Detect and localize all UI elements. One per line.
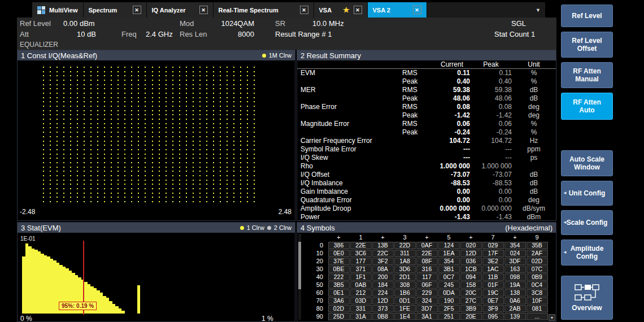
symbol-cell[interactable]: 308	[394, 281, 416, 289]
symbol-cell[interactable]: 3F9	[482, 305, 504, 312]
unit-config-button[interactable]: ◄ Unit Config	[561, 181, 613, 206]
tab-multiview[interactable]: MultiView	[32, 2, 84, 18]
symbol-cell[interactable]: 245	[438, 281, 460, 289]
symbol-cell[interactable]: 13B	[372, 242, 394, 249]
symbol-cell[interactable]: 098	[504, 273, 526, 281]
scroll-down-icon[interactable]: ▼	[549, 314, 555, 321]
symbol-cell[interactable]: 081	[526, 305, 548, 312]
symbol-cell[interactable]: 31A	[350, 313, 372, 320]
symbol-cell[interactable]: 158	[460, 281, 482, 289]
panel-stat-evm[interactable]: 3 Stat(EVM) 1 Clrw 2 Clrw 1E-01 95%: 0.1…	[17, 222, 295, 322]
symbol-cell[interactable]: 03D	[350, 297, 372, 304]
symbol-cell[interactable]: 1EA	[438, 250, 460, 257]
symbol-cell[interactable]: 2D1	[394, 273, 416, 281]
symbols-scrollbar[interactable]	[298, 234, 301, 320]
symbol-cell[interactable]: 0B8	[372, 313, 394, 320]
symbol-cell[interactable]: 0C7	[438, 273, 460, 281]
sr-value[interactable]: 10.0 MHz	[312, 19, 344, 28]
symbol-cell[interactable]: 0B9	[526, 273, 548, 281]
symbol-cell[interactable]: 22C	[372, 250, 394, 257]
symbol-cell[interactable]: 212	[350, 289, 372, 297]
overview-button[interactable]: Overview	[561, 276, 613, 320]
symbol-cell[interactable]: 0E1	[328, 289, 350, 297]
tab-vsa[interactable]: VSA ★ ✕	[314, 2, 368, 18]
symbol-cell[interactable]: 2AF	[526, 250, 548, 257]
symbol-cell[interactable]: 0BE	[328, 266, 350, 273]
symbol-cell[interactable]: 0E7	[482, 297, 504, 304]
symbol-cell[interactable]: 01F	[482, 281, 504, 289]
symbol-cell[interactable]: 02D	[328, 305, 350, 312]
symbol-cell[interactable]: 036	[460, 258, 482, 265]
att-value[interactable]: 10 dB	[51, 30, 96, 38]
symbol-cell[interactable]: 0AB	[350, 281, 372, 289]
symbol-cell[interactable]: 354	[438, 258, 460, 265]
symbol-cell[interactable]: 08F	[416, 258, 438, 265]
symbol-cell[interactable]: 10F	[526, 297, 548, 304]
symbol-cell[interactable]: 0AF	[416, 242, 438, 249]
symbol-cell[interactable]: 138	[504, 289, 526, 297]
tab-real-time-spectrum[interactable]: Real-Time Spectrum ✕	[214, 2, 314, 18]
symbol-cell[interactable]: 08A	[372, 266, 394, 273]
symbol-cell[interactable]: 311	[394, 250, 416, 257]
symbol-cell[interactable]: 12D	[460, 250, 482, 257]
symbol-cell[interactable]: 2F5	[438, 305, 460, 312]
freq-value[interactable]: 2.4 GHz	[146, 30, 173, 38]
symbol-cell[interactable]: 20C	[460, 289, 482, 297]
close-icon[interactable]: ✕	[413, 6, 421, 14]
symbol-cell[interactable]: 222	[328, 273, 350, 281]
tab-vsa-2[interactable]: VSA 2 ✕	[368, 2, 427, 18]
symbol-cell[interactable]: 177	[350, 258, 372, 265]
symbol-cell[interactable]: 25D	[328, 313, 350, 320]
symbol-cell[interactable]: 0DA	[438, 289, 460, 297]
symbol-cell[interactable]: ...	[526, 313, 548, 320]
symbol-cell[interactable]: 22E	[350, 242, 372, 249]
symbol-cell[interactable]: 3DF	[504, 258, 526, 265]
symbol-cell[interactable]: 029	[482, 242, 504, 249]
symbol-cell[interactable]: 224	[372, 289, 394, 297]
symbol-cell[interactable]: 190	[438, 297, 460, 304]
symbol-cell[interactable]: 117	[416, 273, 438, 281]
panel-constellation[interactable]: 1 Const I/Q(Meas&Ref) 1M Clrw -2.48 2.48	[17, 50, 295, 221]
symbol-cell[interactable]: 06F	[416, 281, 438, 289]
symbol-cell[interactable]: 139	[504, 313, 526, 320]
symbol-cell[interactable]: 3C6	[350, 250, 372, 257]
panel-symbols[interactable]: 4 Symbols (Hexadecimal) +1+3+5+7+9 03862…	[297, 222, 556, 322]
symbol-cell[interactable]: 02D	[526, 258, 548, 265]
symbol-cell[interactable]: 1FE	[394, 305, 416, 312]
symbol-cell[interactable]: 35B	[526, 242, 548, 249]
symbol-cell[interactable]: 1AC	[482, 266, 504, 273]
symbol-cell[interactable]: 3B5	[328, 281, 350, 289]
symbol-cell[interactable]: 37E	[328, 258, 350, 265]
symbol-cell[interactable]: 07C	[526, 266, 548, 273]
symbol-cell[interactable]: 1A8	[394, 258, 416, 265]
symbol-cell[interactable]: 1B6	[394, 289, 416, 297]
rf-atten-auto-button[interactable]: RF Atten Auto	[561, 93, 613, 120]
symbol-cell[interactable]: 095	[482, 313, 504, 320]
symbol-cell[interactable]: 27C	[460, 297, 482, 304]
symbol-cell[interactable]: 3B1	[438, 266, 460, 273]
symbol-cell[interactable]: 12D	[372, 297, 394, 304]
rf-atten-manual-button[interactable]: RF Atten Manual	[561, 62, 613, 88]
symbol-cell[interactable]: 324	[416, 297, 438, 304]
symbol-cell[interactable]: 200	[372, 273, 394, 281]
symbol-cell[interactable]: 1E4	[394, 313, 416, 320]
symbol-cell[interactable]: 3A6	[328, 297, 350, 304]
symbol-cell[interactable]: 0D1	[394, 297, 416, 304]
symbol-cell[interactable]: 0E0	[328, 250, 350, 257]
symbol-cell[interactable]: 163	[504, 266, 526, 273]
symbol-cell[interactable]: 22D	[394, 242, 416, 249]
symbol-cell[interactable]: 0A6	[504, 297, 526, 304]
symbol-cell[interactable]: 3A1	[416, 313, 438, 320]
symbol-cell[interactable]: 124	[438, 242, 460, 249]
symbol-cell[interactable]: 3D6	[394, 266, 416, 273]
symbol-cell[interactable]: 0C4	[526, 281, 548, 289]
symbol-cell[interactable]: 3E2	[482, 258, 504, 265]
symbol-cell[interactable]: 373	[372, 305, 394, 312]
close-icon[interactable]: ✕	[199, 6, 208, 14]
symbol-cell[interactable]: 386	[328, 242, 350, 249]
symbol-cell[interactable]: 22E	[416, 250, 438, 257]
close-icon[interactable]: ✕	[300, 6, 308, 14]
symbol-cell[interactable]: 2AB	[504, 305, 526, 312]
symbol-cell[interactable]: 184	[372, 281, 394, 289]
symbol-cell[interactable]: 229	[416, 289, 438, 297]
